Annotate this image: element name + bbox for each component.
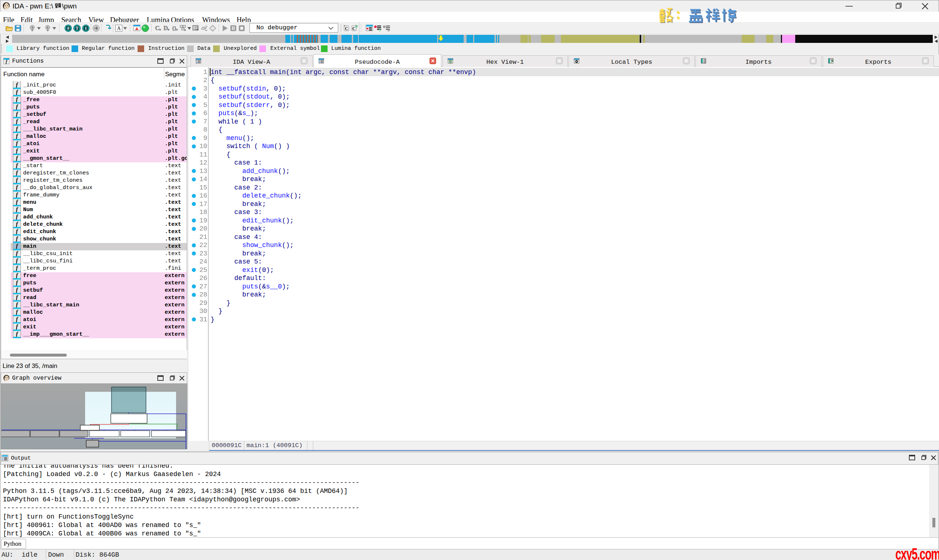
svg-text:{}: {} <box>172 25 176 31</box>
svg-text:A: A <box>117 26 121 31</box>
svg-text:T: T <box>76 26 79 31</box>
svg-text:C: C <box>352 26 355 31</box>
svg-text:#: # <box>67 26 69 31</box>
svg-text:C: C <box>155 25 160 32</box>
svg-text:t: t <box>85 26 86 31</box>
svg-text:D: D <box>163 25 168 32</box>
svg-text:C: C <box>345 26 348 31</box>
